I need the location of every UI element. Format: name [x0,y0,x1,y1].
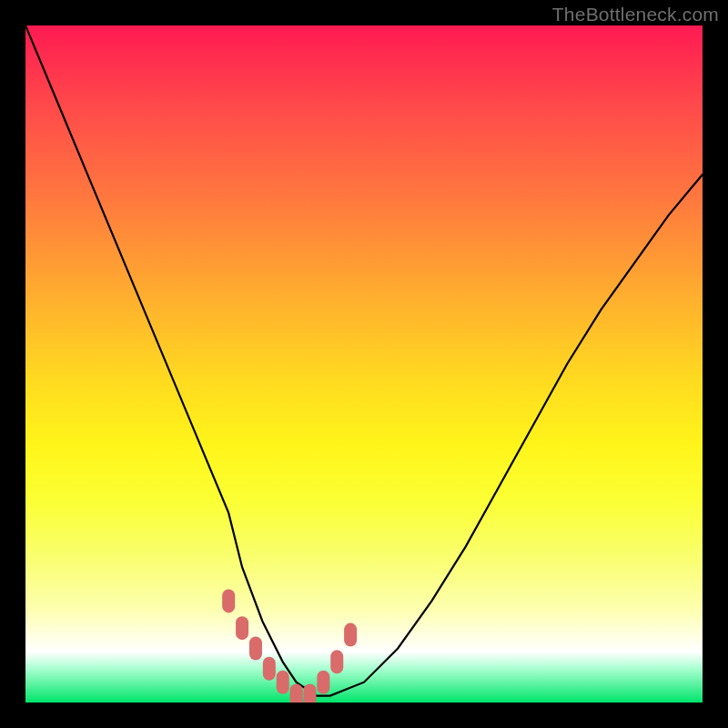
highlight-marker [263,657,276,681]
highlight-marker [249,636,262,660]
highlight-markers [222,589,357,703]
highlight-marker [303,684,316,703]
bottleneck-curve-svg [25,25,703,703]
watermark-text: TheBottleneck.com [552,4,719,25]
highlight-marker [330,650,343,673]
highlight-marker [317,671,329,694]
plot-area [25,25,703,703]
curve-layer [25,25,703,696]
highlight-marker [277,671,289,694]
highlight-marker [236,616,248,640]
highlight-marker [222,589,235,612]
chart-frame: TheBottleneck.com [0,0,728,728]
highlight-marker [344,623,357,647]
bottleneck-curve-path [25,25,703,696]
highlight-marker [290,684,303,703]
